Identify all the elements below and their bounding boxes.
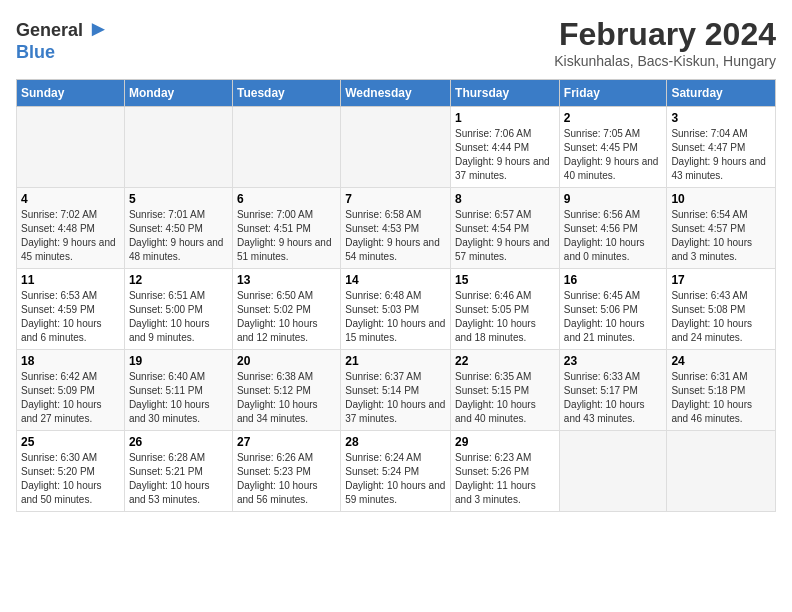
- day-info: Sunrise: 7:04 AM Sunset: 4:47 PM Dayligh…: [671, 127, 771, 183]
- day-number: 2: [564, 111, 663, 125]
- day-number: 18: [21, 354, 120, 368]
- day-info: Sunrise: 7:05 AM Sunset: 4:45 PM Dayligh…: [564, 127, 663, 183]
- calendar-cell: [17, 107, 125, 188]
- calendar-cell: [559, 431, 667, 512]
- day-info: Sunrise: 7:00 AM Sunset: 4:51 PM Dayligh…: [237, 208, 336, 264]
- calendar-cell: [232, 107, 340, 188]
- calendar-cell: 13Sunrise: 6:50 AM Sunset: 5:02 PM Dayli…: [232, 269, 340, 350]
- calendar-cell: 1Sunrise: 7:06 AM Sunset: 4:44 PM Daylig…: [451, 107, 560, 188]
- calendar-cell: 24Sunrise: 6:31 AM Sunset: 5:18 PM Dayli…: [667, 350, 776, 431]
- calendar-cell: 23Sunrise: 6:33 AM Sunset: 5:17 PM Dayli…: [559, 350, 667, 431]
- calendar-cell: 17Sunrise: 6:43 AM Sunset: 5:08 PM Dayli…: [667, 269, 776, 350]
- calendar-cell: 4Sunrise: 7:02 AM Sunset: 4:48 PM Daylig…: [17, 188, 125, 269]
- calendar-cell: 8Sunrise: 6:57 AM Sunset: 4:54 PM Daylig…: [451, 188, 560, 269]
- calendar-cell: [667, 431, 776, 512]
- calendar-week-row: 25Sunrise: 6:30 AM Sunset: 5:20 PM Dayli…: [17, 431, 776, 512]
- day-number: 29: [455, 435, 555, 449]
- calendar-cell: 15Sunrise: 6:46 AM Sunset: 5:05 PM Dayli…: [451, 269, 560, 350]
- day-number: 24: [671, 354, 771, 368]
- day-info: Sunrise: 6:57 AM Sunset: 4:54 PM Dayligh…: [455, 208, 555, 264]
- day-number: 17: [671, 273, 771, 287]
- day-info: Sunrise: 6:24 AM Sunset: 5:24 PM Dayligh…: [345, 451, 446, 507]
- day-info: Sunrise: 6:42 AM Sunset: 5:09 PM Dayligh…: [21, 370, 120, 426]
- day-info: Sunrise: 6:35 AM Sunset: 5:15 PM Dayligh…: [455, 370, 555, 426]
- day-number: 3: [671, 111, 771, 125]
- calendar-cell: 2Sunrise: 7:05 AM Sunset: 4:45 PM Daylig…: [559, 107, 667, 188]
- day-info: Sunrise: 6:58 AM Sunset: 4:53 PM Dayligh…: [345, 208, 446, 264]
- calendar-cell: 25Sunrise: 6:30 AM Sunset: 5:20 PM Dayli…: [17, 431, 125, 512]
- day-info: Sunrise: 6:56 AM Sunset: 4:56 PM Dayligh…: [564, 208, 663, 264]
- calendar-cell: 16Sunrise: 6:45 AM Sunset: 5:06 PM Dayli…: [559, 269, 667, 350]
- day-number: 26: [129, 435, 228, 449]
- day-info: Sunrise: 6:51 AM Sunset: 5:00 PM Dayligh…: [129, 289, 228, 345]
- day-header-sunday: Sunday: [17, 80, 125, 107]
- day-header-friday: Friday: [559, 80, 667, 107]
- calendar-cell: 27Sunrise: 6:26 AM Sunset: 5:23 PM Dayli…: [232, 431, 340, 512]
- day-number: 25: [21, 435, 120, 449]
- day-number: 13: [237, 273, 336, 287]
- day-info: Sunrise: 6:33 AM Sunset: 5:17 PM Dayligh…: [564, 370, 663, 426]
- day-number: 23: [564, 354, 663, 368]
- calendar-cell: 14Sunrise: 6:48 AM Sunset: 5:03 PM Dayli…: [341, 269, 451, 350]
- day-info: Sunrise: 6:30 AM Sunset: 5:20 PM Dayligh…: [21, 451, 120, 507]
- calendar-week-row: 18Sunrise: 6:42 AM Sunset: 5:09 PM Dayli…: [17, 350, 776, 431]
- day-info: Sunrise: 6:54 AM Sunset: 4:57 PM Dayligh…: [671, 208, 771, 264]
- day-number: 11: [21, 273, 120, 287]
- calendar-cell: 3Sunrise: 7:04 AM Sunset: 4:47 PM Daylig…: [667, 107, 776, 188]
- calendar-cell: 21Sunrise: 6:37 AM Sunset: 5:14 PM Dayli…: [341, 350, 451, 431]
- day-number: 9: [564, 192, 663, 206]
- calendar-cell: 22Sunrise: 6:35 AM Sunset: 5:15 PM Dayli…: [451, 350, 560, 431]
- day-info: Sunrise: 6:53 AM Sunset: 4:59 PM Dayligh…: [21, 289, 120, 345]
- day-header-tuesday: Tuesday: [232, 80, 340, 107]
- day-number: 12: [129, 273, 228, 287]
- calendar-header-row: SundayMondayTuesdayWednesdayThursdayFrid…: [17, 80, 776, 107]
- day-info: Sunrise: 6:31 AM Sunset: 5:18 PM Dayligh…: [671, 370, 771, 426]
- calendar-cell: [124, 107, 232, 188]
- day-number: 20: [237, 354, 336, 368]
- calendar-week-row: 1Sunrise: 7:06 AM Sunset: 4:44 PM Daylig…: [17, 107, 776, 188]
- page-header: General ► Blue February 2024 Kiskunhalas…: [16, 16, 776, 69]
- day-info: Sunrise: 6:48 AM Sunset: 5:03 PM Dayligh…: [345, 289, 446, 345]
- day-info: Sunrise: 6:43 AM Sunset: 5:08 PM Dayligh…: [671, 289, 771, 345]
- day-number: 4: [21, 192, 120, 206]
- logo-general: General: [16, 20, 83, 40]
- calendar-cell: 12Sunrise: 6:51 AM Sunset: 5:00 PM Dayli…: [124, 269, 232, 350]
- calendar-cell: 10Sunrise: 6:54 AM Sunset: 4:57 PM Dayli…: [667, 188, 776, 269]
- calendar-title: February 2024: [554, 16, 776, 53]
- day-header-thursday: Thursday: [451, 80, 560, 107]
- day-info: Sunrise: 6:38 AM Sunset: 5:12 PM Dayligh…: [237, 370, 336, 426]
- day-number: 8: [455, 192, 555, 206]
- day-number: 19: [129, 354, 228, 368]
- calendar-cell: 18Sunrise: 6:42 AM Sunset: 5:09 PM Dayli…: [17, 350, 125, 431]
- day-info: Sunrise: 6:46 AM Sunset: 5:05 PM Dayligh…: [455, 289, 555, 345]
- day-number: 5: [129, 192, 228, 206]
- day-number: 14: [345, 273, 446, 287]
- day-number: 21: [345, 354, 446, 368]
- day-number: 6: [237, 192, 336, 206]
- day-info: Sunrise: 7:01 AM Sunset: 4:50 PM Dayligh…: [129, 208, 228, 264]
- day-number: 27: [237, 435, 336, 449]
- day-info: Sunrise: 6:23 AM Sunset: 5:26 PM Dayligh…: [455, 451, 555, 507]
- day-info: Sunrise: 6:45 AM Sunset: 5:06 PM Dayligh…: [564, 289, 663, 345]
- calendar-cell: 26Sunrise: 6:28 AM Sunset: 5:21 PM Dayli…: [124, 431, 232, 512]
- day-number: 22: [455, 354, 555, 368]
- logo-bird-icon: ►: [88, 16, 110, 41]
- day-header-saturday: Saturday: [667, 80, 776, 107]
- logo-blue: Blue: [16, 42, 55, 62]
- calendar-cell: 28Sunrise: 6:24 AM Sunset: 5:24 PM Dayli…: [341, 431, 451, 512]
- day-header-monday: Monday: [124, 80, 232, 107]
- calendar-cell: 11Sunrise: 6:53 AM Sunset: 4:59 PM Dayli…: [17, 269, 125, 350]
- day-number: 10: [671, 192, 771, 206]
- day-header-wednesday: Wednesday: [341, 80, 451, 107]
- calendar-cell: 6Sunrise: 7:00 AM Sunset: 4:51 PM Daylig…: [232, 188, 340, 269]
- calendar-week-row: 11Sunrise: 6:53 AM Sunset: 4:59 PM Dayli…: [17, 269, 776, 350]
- calendar-cell: 29Sunrise: 6:23 AM Sunset: 5:26 PM Dayli…: [451, 431, 560, 512]
- calendar-cell: 9Sunrise: 6:56 AM Sunset: 4:56 PM Daylig…: [559, 188, 667, 269]
- calendar-cell: 19Sunrise: 6:40 AM Sunset: 5:11 PM Dayli…: [124, 350, 232, 431]
- calendar-cell: 7Sunrise: 6:58 AM Sunset: 4:53 PM Daylig…: [341, 188, 451, 269]
- day-number: 28: [345, 435, 446, 449]
- day-number: 1: [455, 111, 555, 125]
- day-info: Sunrise: 7:02 AM Sunset: 4:48 PM Dayligh…: [21, 208, 120, 264]
- day-info: Sunrise: 6:26 AM Sunset: 5:23 PM Dayligh…: [237, 451, 336, 507]
- day-number: 15: [455, 273, 555, 287]
